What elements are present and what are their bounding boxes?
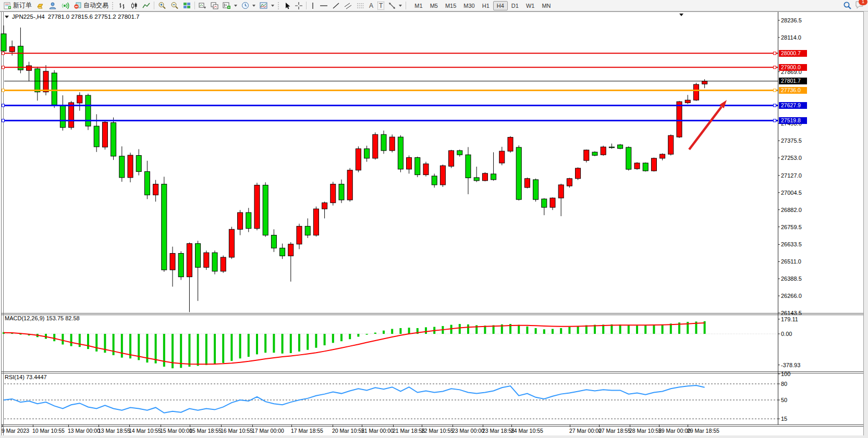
timeframe-button-m15[interactable]: M15 xyxy=(442,1,460,10)
price-line-anchor[interactable] xyxy=(774,89,776,92)
chevron-down-icon xyxy=(234,5,237,7)
fibonacci-button[interactable] xyxy=(354,1,367,10)
trendline-button[interactable] xyxy=(330,1,342,10)
toolbar-separator xyxy=(194,2,195,9)
toolbar-handle xyxy=(278,2,280,9)
chart-title: JPN225-,H4 27781.0 27815.6 27751.2 27801… xyxy=(5,14,140,20)
price-line-anchor[interactable] xyxy=(774,119,776,122)
timeframe-button-m5[interactable]: M5 xyxy=(426,1,442,10)
fibonacci-icon xyxy=(357,2,365,9)
new-order-button[interactable]: 新订单 xyxy=(2,1,34,10)
toolbar-handle xyxy=(112,2,115,9)
price-line-anchor[interactable] xyxy=(2,119,5,122)
line-chart-icon xyxy=(142,2,150,9)
text-tool-button[interactable]: A xyxy=(367,1,375,10)
price-line-anchor[interactable] xyxy=(2,52,5,55)
tile-windows-icon xyxy=(183,2,191,9)
accounts-button[interactable] xyxy=(46,1,59,10)
timeframe-button-m1[interactable]: M1 xyxy=(411,1,426,10)
candlesticks xyxy=(1,26,707,312)
new-chart-icon xyxy=(223,2,231,9)
window-right-edge xyxy=(864,0,868,438)
price-line-anchor[interactable] xyxy=(774,104,776,107)
candlestick-chart-icon xyxy=(130,2,138,9)
clock-icon xyxy=(241,2,249,9)
price-line-anchor[interactable] xyxy=(2,89,5,92)
cascade-windows-icon xyxy=(211,2,218,9)
search-icon[interactable] xyxy=(843,1,852,10)
auto-trading-label: 自动交易 xyxy=(83,1,108,10)
toolbar-separator xyxy=(406,2,406,9)
text-label-icon: T xyxy=(377,2,384,10)
toolbar-right-icons: 1 xyxy=(843,1,868,11)
toolbar: 新订单 自动交易 xyxy=(0,0,868,11)
macd-indicator-label: MACD(12,26,9) 153.75 82.58 xyxy=(5,315,80,321)
zoom-in-button[interactable] xyxy=(156,1,168,10)
time-marker-icon xyxy=(679,14,683,16)
tile-windows-button[interactable] xyxy=(181,1,193,10)
auto-trading-icon xyxy=(74,2,82,9)
price-line-anchor[interactable] xyxy=(2,104,5,107)
timeframe-button-w1[interactable]: W1 xyxy=(522,1,539,10)
new-order-label: 新订单 xyxy=(13,1,32,10)
chart-dropdown-icon[interactable] xyxy=(5,16,9,18)
auto-trading-button[interactable]: 自动交易 xyxy=(71,1,111,10)
channel-icon xyxy=(344,2,352,9)
horizontal-line-icon xyxy=(320,2,328,9)
horizontal-line-button[interactable] xyxy=(317,1,330,10)
price-line-anchor[interactable] xyxy=(2,66,5,69)
bar-chart-button[interactable] xyxy=(116,1,128,10)
gold-icon xyxy=(36,2,44,9)
vertical-line-icon xyxy=(310,2,315,9)
rsi-indicator-label: RSI(14) 73.4447 xyxy=(5,374,47,380)
annotation-arrow[interactable] xyxy=(689,100,727,149)
periods-button[interactable] xyxy=(239,1,258,10)
line-chart-button[interactable] xyxy=(140,1,152,10)
chart-ohlc-label: 27781.0 27815.6 27751.2 27801.7 xyxy=(48,14,140,20)
cascade-windows-button[interactable] xyxy=(209,1,221,10)
toolbar-separator xyxy=(306,2,307,9)
rsi-line xyxy=(4,385,705,413)
zoom-in-icon xyxy=(158,2,166,9)
notifications-button[interactable]: 1 xyxy=(855,1,864,11)
chevron-down-icon xyxy=(399,5,402,7)
arrows-tool-icon xyxy=(388,2,396,9)
timeframe-group: M1M5M15M30H1H4D1W1MN xyxy=(411,1,554,10)
signals-button[interactable] xyxy=(59,1,71,10)
new-chart-button[interactable] xyxy=(221,1,239,10)
equidistant-channel-button[interactable] xyxy=(342,1,354,10)
zoom-out-button[interactable] xyxy=(168,1,181,10)
crosshair-icon xyxy=(295,2,302,9)
timeframe-button-m30[interactable]: M30 xyxy=(460,1,478,10)
arrange-windows-button[interactable] xyxy=(197,1,209,10)
timeframe-button-d1[interactable]: D1 xyxy=(508,1,522,10)
vertical-line-button[interactable] xyxy=(308,1,317,10)
trendline-icon xyxy=(332,2,340,9)
text-label-button[interactable]: T xyxy=(375,1,386,10)
timeframe-button-h4[interactable]: H4 xyxy=(493,1,508,10)
new-order-icon xyxy=(4,2,11,9)
signals-icon xyxy=(61,2,69,9)
arrows-tool-button[interactable] xyxy=(386,1,404,10)
macd-signal-line xyxy=(4,323,705,364)
arrange-windows-icon xyxy=(199,2,206,9)
chevron-down-icon xyxy=(271,5,274,7)
cursor-icon xyxy=(284,2,291,9)
toolbar-separator xyxy=(154,2,154,9)
crosshair-button[interactable] xyxy=(293,1,304,10)
price-line-anchor[interactable] xyxy=(774,52,776,55)
chevron-down-icon xyxy=(252,5,255,7)
price-line-anchor[interactable] xyxy=(774,66,776,69)
chart-canvas[interactable] xyxy=(0,0,868,438)
account-icon xyxy=(48,2,57,9)
cursor-button[interactable] xyxy=(282,1,293,10)
text-tool-icon: A xyxy=(369,2,373,9)
bar-chart-icon xyxy=(118,2,126,9)
notification-badge: 1 xyxy=(859,0,867,5)
candlestick-chart-button[interactable] xyxy=(128,1,140,10)
templates-button[interactable] xyxy=(258,1,276,10)
timeframe-button-mn[interactable]: MN xyxy=(538,1,554,10)
window-bottom-edge xyxy=(0,435,868,438)
market-watch-button[interactable] xyxy=(34,1,46,10)
timeframe-button-h1[interactable]: H1 xyxy=(479,1,493,10)
